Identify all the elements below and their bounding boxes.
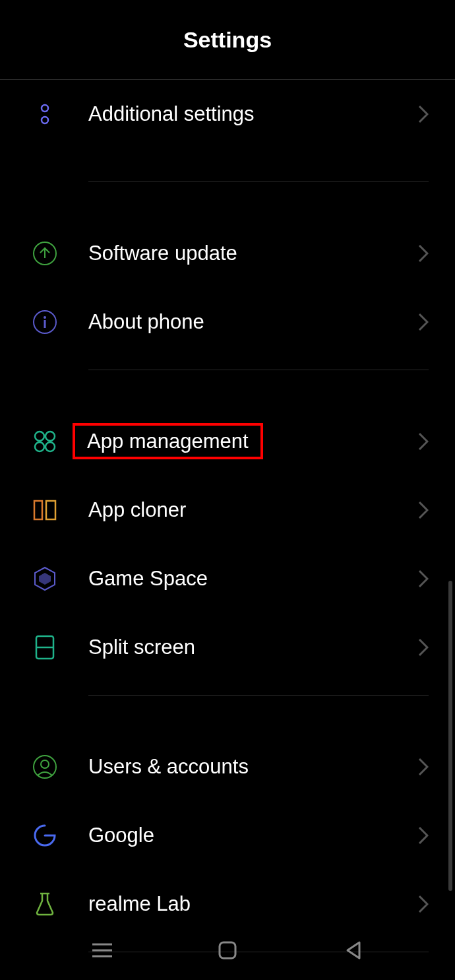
chevron-right-icon (418, 895, 429, 913)
scroll-indicator[interactable] (448, 581, 452, 891)
svg-marker-13 (39, 573, 51, 585)
back-button[interactable] (336, 934, 369, 967)
svg-point-0 (42, 105, 48, 112)
page-title: Settings (183, 27, 272, 53)
clone-icon (32, 497, 58, 523)
settings-list: Additional settings Software update (0, 80, 455, 952)
flask-icon (32, 891, 58, 917)
row-label: Users & accounts (88, 755, 418, 779)
svg-point-7 (46, 432, 55, 441)
svg-rect-5 (44, 320, 46, 328)
row-google[interactable]: Google (0, 801, 455, 870)
recents-button[interactable] (86, 934, 119, 967)
row-app-management[interactable]: App management (0, 407, 455, 476)
arrow-up-circle-icon (32, 240, 58, 267)
svg-rect-10 (34, 501, 42, 519)
home-button[interactable] (211, 934, 244, 967)
apps-grid-icon (32, 428, 58, 455)
row-label: Google (88, 824, 418, 847)
row-about-phone[interactable]: About phone (0, 288, 455, 356)
row-label: Game Space (88, 567, 418, 591)
svg-point-9 (46, 442, 55, 451)
chevron-right-icon (418, 758, 429, 776)
row-label: App management (88, 430, 418, 453)
svg-rect-11 (46, 501, 55, 519)
svg-point-8 (35, 442, 44, 451)
google-icon (32, 822, 58, 849)
chevron-right-icon (418, 244, 429, 263)
user-circle-icon (32, 754, 58, 780)
row-label: Split screen (88, 636, 418, 659)
chevron-right-icon (418, 105, 429, 123)
chevron-right-icon (418, 432, 429, 451)
row-additional-settings[interactable]: Additional settings (0, 80, 455, 148)
svg-rect-21 (220, 942, 235, 958)
hexagon-icon (32, 566, 58, 592)
svg-point-17 (41, 760, 49, 768)
row-game-space[interactable]: Game Space (0, 544, 455, 613)
svg-point-6 (35, 432, 44, 441)
row-software-update[interactable]: Software update (0, 219, 455, 288)
chevron-right-icon (418, 313, 429, 331)
row-label: Software update (88, 242, 418, 265)
row-users-accounts[interactable]: Users & accounts (0, 733, 455, 801)
row-app-cloner[interactable]: App cloner (0, 476, 455, 544)
split-screen-icon (32, 634, 58, 661)
row-split-screen[interactable]: Split screen (0, 613, 455, 682)
system-navbar (0, 921, 455, 980)
row-label: Additional settings (88, 102, 418, 126)
svg-point-4 (44, 316, 46, 319)
highlight-annotation: App management (73, 423, 263, 459)
svg-point-1 (42, 117, 48, 123)
chevron-right-icon (418, 638, 429, 657)
row-label: About phone (88, 310, 418, 334)
svg-point-16 (34, 756, 56, 778)
header: Settings (0, 0, 455, 80)
chevron-right-icon (418, 570, 429, 588)
chevron-right-icon (418, 826, 429, 845)
info-circle-icon (32, 309, 58, 335)
chevron-right-icon (418, 501, 429, 519)
row-label: realme Lab (88, 892, 418, 916)
row-label: App cloner (88, 498, 418, 522)
dots-icon (32, 101, 58, 127)
